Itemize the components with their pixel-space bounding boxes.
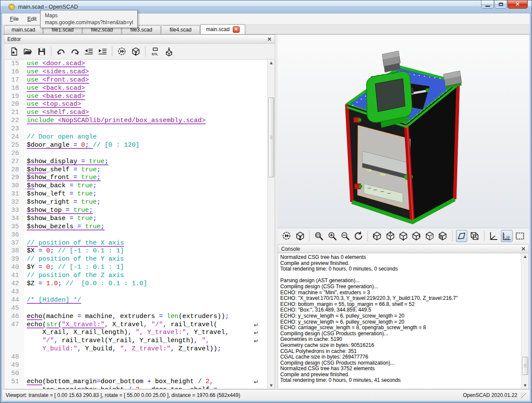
view-left-icon: [411, 231, 421, 241]
minimize-button[interactable]: [481, 0, 494, 9]
code-line: 49: [4, 362, 267, 370]
tooltip-title: Maps: [45, 12, 133, 19]
code-line: 23: [4, 125, 267, 133]
console-line: Compiling design (CSG Tree generation)..…: [278, 284, 529, 290]
console-line: ECHO: machine = "Mini", extruders = 3: [278, 290, 529, 296]
editor-scrollbar[interactable]: ▲ ▼: [267, 60, 275, 389]
line-number: 30: [4, 182, 24, 190]
console-scrollbar-thumb[interactable]: [522, 357, 528, 375]
show-scale-button[interactable]: 10: [501, 230, 512, 242]
preview-button[interactable]: [281, 230, 292, 242]
unindent-button[interactable]: [82, 45, 95, 57]
perspective-button[interactable]: [456, 230, 467, 242]
version-label: OpenSCAD 2020.01.22: [463, 392, 517, 398]
menu-edit[interactable]: Edit: [23, 14, 41, 24]
code-line: 30$show_back = true;: [4, 182, 267, 190]
line-number: 47: [4, 321, 24, 329]
view-all-button[interactable]: [514, 230, 526, 242]
3d-viewport[interactable]: [278, 35, 529, 228]
line-number: 42: [4, 280, 24, 288]
console-line: ECHO: y_screw_length = 6, pulley_screw_l…: [278, 319, 529, 325]
view-top-button[interactable]: [384, 230, 396, 242]
code-line: 28$show_shelf = true;: [4, 166, 267, 174]
view-right-icon: [372, 231, 382, 241]
new-file-button[interactable]: [8, 45, 20, 57]
undo-button[interactable]: [55, 45, 67, 57]
console-scroll-up-icon[interactable]: ▲: [522, 253, 529, 260]
line-number: 31: [4, 190, 24, 198]
orthographic-button[interactable]: [469, 230, 480, 242]
svg-text:STL: STL: [152, 52, 158, 56]
tab-main-scad-active[interactable]: main.scad ✕: [200, 24, 245, 34]
tab-label: main.scad: [206, 25, 230, 34]
close-button[interactable]: ✕: [507, 0, 528, 9]
console-line: Geometry cache size in bytes: 90516216: [278, 343, 529, 349]
line-number: 25: [4, 142, 24, 150]
code-line: 34$show_base = true;: [4, 215, 267, 223]
console-line: Compiling design (CSG Products generatio…: [278, 331, 529, 337]
code-line: 42$Z = 1.0; // [0.0 : 0.1 : 1.0]: [4, 280, 267, 288]
code-line: 17use <front.scad>: [4, 76, 267, 85]
reset-view-button[interactable]: [352, 230, 364, 242]
zoom-in-button[interactable]: [326, 230, 337, 242]
console-scrollbar[interactable]: ▲ ▼: [521, 253, 529, 389]
code-line: 50: [4, 370, 267, 378]
code-line: 19use <base.scad>: [4, 93, 267, 101]
editor-scrollbar-thumb[interactable]: [268, 98, 274, 177]
console-close-icon[interactable]: ✕: [521, 246, 526, 252]
view-left-button[interactable]: [411, 230, 422, 242]
tab-file4-scad[interactable]: file4.scad: [161, 25, 200, 34]
right-panel: 10 Console ✕ Normalized CSG tree has 0 e…: [278, 35, 529, 389]
editor-header[interactable]: Editor ✕: [4, 35, 275, 44]
unindent-icon: [84, 47, 94, 57]
preview-icon: [117, 47, 127, 57]
export-stl-button[interactable]: STL: [149, 45, 161, 57]
save-file-button[interactable]: [35, 45, 48, 57]
render-button[interactable]: [294, 230, 305, 242]
code-line: 39// position of the Y axis: [4, 255, 267, 264]
maps-tooltip: Maps maps.google.com/maps?hl=en&tab=yl: [40, 10, 138, 28]
line-number: 24: [4, 133, 24, 142]
tab-main-scad[interactable]: main.scad: [4, 25, 43, 34]
zoom-out-button[interactable]: [339, 230, 351, 242]
zoom-in-icon: [327, 231, 337, 241]
console-header[interactable]: Console ✕: [278, 244, 529, 253]
console-scroll-down-icon[interactable]: ▼: [522, 382, 529, 389]
line-number: 17: [4, 76, 24, 85]
render-button[interactable]: [130, 45, 142, 57]
preview-button[interactable]: [116, 45, 128, 57]
view-right-button[interactable]: [371, 230, 383, 242]
redo-button[interactable]: [69, 45, 81, 57]
view-front-button[interactable]: [424, 230, 435, 242]
line-number: 49: [4, 362, 24, 370]
menu-file[interactable]: File: [6, 14, 23, 24]
tab-close-icon[interactable]: ✕: [233, 26, 240, 33]
editor-close-icon[interactable]: ✕: [267, 37, 272, 42]
toolbar-separator: [367, 231, 368, 241]
view-bottom-button[interactable]: [398, 230, 409, 242]
code-line: 25$door_angle = 0; // [0 : 120]: [4, 142, 267, 150]
toolbar-separator: [452, 231, 453, 241]
scroll-up-icon[interactable]: ▲: [268, 60, 275, 66]
line-number: 43: [4, 288, 24, 296]
print-3d-button[interactable]: [163, 45, 175, 57]
indent-button[interactable]: [96, 45, 108, 57]
code-editor[interactable]: 15use <door.scad>16use <sides.scad>17use…: [4, 60, 275, 389]
open-file-button[interactable]: [22, 45, 34, 57]
render-icon: [295, 231, 305, 241]
line-number: 16: [4, 68, 24, 76]
zoom-all-button[interactable]: [313, 230, 324, 242]
code-line: 45: [4, 305, 267, 313]
show-axes-button[interactable]: [488, 230, 499, 242]
code-line: 41// position of the Z axis: [4, 272, 267, 280]
console-line: [278, 272, 529, 278]
view-back-button[interactable]: [437, 230, 448, 242]
resize-grip-icon[interactable]: [521, 393, 526, 398]
scroll-down-icon[interactable]: ▼: [268, 382, 275, 389]
orthographic-icon: [469, 231, 480, 241]
console-line: CGAL Polyhedrons in cache: 351: [278, 349, 529, 355]
maximize-button[interactable]: [494, 0, 507, 9]
code-line: 15use <door.scad>: [4, 60, 267, 68]
console-output[interactable]: Normalized CSG tree has 0 elementsCompil…: [278, 253, 529, 389]
reset-view-icon: [353, 231, 364, 241]
